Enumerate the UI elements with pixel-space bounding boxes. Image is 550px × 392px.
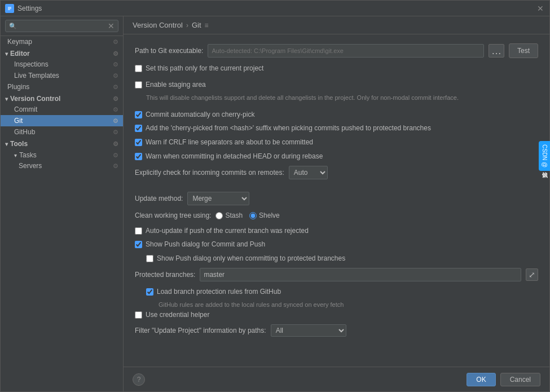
inspections-label: Inspections — [14, 60, 49, 68]
set-path-row: Set this path only for the current proje… — [135, 64, 538, 73]
check-incoming-row: Explicitly check for incoming commits on… — [135, 166, 538, 179]
keymap-gear-icon: ⚙ — [113, 38, 118, 46]
help-button[interactable]: ? — [133, 373, 145, 386]
enable-staging-checkbox[interactable] — [135, 81, 142, 89]
stash-option: Stash — [215, 211, 243, 221]
filter-row: Filter "Update Project" information by p… — [135, 324, 538, 337]
show-push-row: Show Push dialog for Commit and Push — [135, 240, 538, 249]
live-templates-label: Live Templates — [14, 72, 59, 80]
stash-radio[interactable] — [215, 212, 223, 219]
vc-arrow-icon: ▾ — [5, 96, 8, 102]
titlebar: Settings ✕ — [1, 1, 549, 16]
sidebar-group-version-control[interactable]: ▾ Version Control ⚙ — [1, 93, 123, 104]
filter-label: Filter "Update Project" information by p… — [135, 327, 266, 334]
vc-group-label: ▾ Version Control — [5, 95, 60, 103]
sidebar-group-editor[interactable]: ▾ Editor ⚙ — [1, 47, 123, 59]
path-label: Path to Git executable: — [135, 47, 203, 55]
sidebar-item-servers[interactable]: Servers ⚙ — [1, 160, 123, 171]
sidebar-item-github[interactable]: GitHub ⚙ — [1, 126, 123, 138]
ok-button[interactable]: OK — [467, 373, 495, 386]
footer-left: ? — [133, 373, 145, 386]
clean-tree-label: Clean working tree using: — [135, 212, 211, 219]
warn-detached-label: Warn when committing in detached HEAD or… — [146, 152, 323, 161]
show-push-protected-label: Show Push dialog only when committing to… — [157, 254, 345, 263]
shelve-label: Shelve — [259, 211, 280, 221]
browse-button[interactable]: … — [489, 44, 504, 58]
sidebar-item-live-templates[interactable]: Live Templates ⚙ — [1, 70, 123, 81]
protected-branches-label: Protected branches: — [135, 271, 195, 279]
set-path-checkbox[interactable] — [135, 65, 142, 72]
expand-protected-button[interactable]: ⤢ — [526, 268, 538, 281]
breadcrumb-separator: › — [186, 21, 188, 29]
path-input[interactable] — [208, 44, 484, 58]
sidebar-item-git[interactable]: Git ⚙ — [1, 115, 123, 126]
sidebar-item-commit[interactable]: Commit ⚙ — [1, 104, 123, 115]
sidebar-item-inspections[interactable]: Inspections ⚙ — [1, 59, 123, 70]
sidebar: 🔍 git ✕ Keymap ⚙ ▾ Editor ⚙ Inspections — [1, 16, 124, 391]
check-incoming-label: Explicitly check for incoming commits on… — [135, 169, 284, 177]
window-title: Settings — [17, 5, 536, 12]
footer-right: OK Cancel — [467, 373, 540, 386]
breadcrumb-current: Git — [192, 21, 201, 29]
credential-helper-checkbox[interactable] — [135, 311, 142, 319]
add-cherry-picked-label: Add the 'cherry-picked from <hash>' suff… — [146, 124, 431, 133]
filter-select[interactable]: All Only affected paths — [271, 324, 346, 337]
commit-cherry-pick-checkbox[interactable] — [135, 111, 142, 118]
update-method-select[interactable]: Merge Rebase Branch Default — [187, 192, 249, 205]
footer: ? OK Cancel — [124, 367, 549, 391]
search-icon: 🔍 — [9, 23, 17, 30]
add-cherry-picked-row: Add the 'cherry-picked from <hash>' suff… — [135, 124, 538, 133]
git-gear-icon: ⚙ — [113, 117, 118, 125]
cancel-button[interactable]: Cancel — [500, 373, 540, 386]
warn-detached-checkbox[interactable] — [135, 153, 142, 160]
sidebar-item-plugins[interactable]: Plugins ⚙ — [1, 81, 123, 93]
enable-staging-sublabel: This will disable changelists support an… — [146, 94, 538, 101]
set-path-label: Set this path only for the current proje… — [146, 64, 263, 73]
servers-label: Servers — [19, 162, 42, 170]
app-icon — [5, 4, 14, 13]
editor-group-label: ▾ Editor — [5, 50, 30, 58]
update-method-label: Update method: — [135, 195, 183, 202]
github-gear-icon: ⚙ — [113, 129, 118, 136]
warn-crlf-label: Warn if CRLF line separators are about t… — [146, 138, 313, 147]
credential-helper-label: Use credential helper — [146, 310, 209, 320]
protected-branches-input[interactable] — [200, 268, 521, 281]
path-row: Path to Git executable: … Test — [135, 43, 538, 58]
vc-gear-icon: ⚙ — [113, 95, 118, 103]
search-box: 🔍 git ✕ — [1, 16, 123, 36]
update-method-row: Update method: Merge Rebase Branch Defau… — [135, 192, 538, 205]
browse-icon: … — [491, 45, 501, 57]
live-templates-gear-icon: ⚙ — [113, 72, 118, 80]
shelve-radio[interactable] — [249, 212, 257, 219]
commit-cherry-pick-row: Commit automatically on cherry-pick — [135, 110, 538, 120]
check-incoming-select[interactable]: Auto Always Never — [289, 166, 328, 179]
warn-crlf-checkbox[interactable] — [135, 139, 142, 146]
commit-gear-icon: ⚙ — [113, 106, 118, 113]
main-panel: Version Control › Git ≡ Path to Git exec… — [124, 16, 549, 391]
breadcrumb-menu-icon[interactable]: ≡ — [205, 21, 209, 29]
commit-label: Commit — [14, 105, 37, 113]
clear-search-button[interactable]: ✕ — [108, 21, 115, 30]
search-input[interactable]: git — [19, 22, 108, 30]
sidebar-group-tools[interactable]: ▾ Tools ⚙ — [1, 138, 123, 149]
editor-arrow-icon: ▾ — [5, 51, 8, 57]
inspections-gear-icon: ⚙ — [113, 61, 118, 68]
show-push-label: Show Push dialog for Commit and Push — [146, 240, 265, 249]
sidebar-group-tasks[interactable]: ▾ Tasks ⚙ — [1, 149, 123, 160]
credential-helper-row: Use credential helper — [135, 310, 538, 320]
tasks-arrow-icon: ▾ — [14, 152, 17, 158]
sidebar-item-keymap[interactable]: Keymap ⚙ — [1, 36, 123, 47]
show-push-checkbox[interactable] — [135, 241, 142, 248]
close-button[interactable]: ✕ — [536, 4, 545, 13]
clean-tree-row: Clean working tree using: Stash Shelve — [135, 211, 538, 221]
warn-detached-row: Warn when committing in detached HEAD or… — [135, 152, 538, 161]
auto-update-checkbox[interactable] — [135, 227, 142, 235]
tools-group-label: ▾ Tools — [5, 140, 28, 148]
test-button[interactable]: Test — [509, 43, 538, 58]
add-cherry-picked-checkbox[interactable] — [135, 125, 142, 132]
auto-update-row: Auto-update if push of the current branc… — [135, 226, 538, 236]
settings-scroll-area[interactable]: Path to Git executable: … Test Set this … — [124, 34, 549, 367]
show-push-protected-checkbox[interactable] — [146, 255, 153, 262]
protected-branches-row: Protected branches: ⤢ — [135, 268, 538, 281]
load-protection-checkbox[interactable] — [146, 288, 153, 296]
